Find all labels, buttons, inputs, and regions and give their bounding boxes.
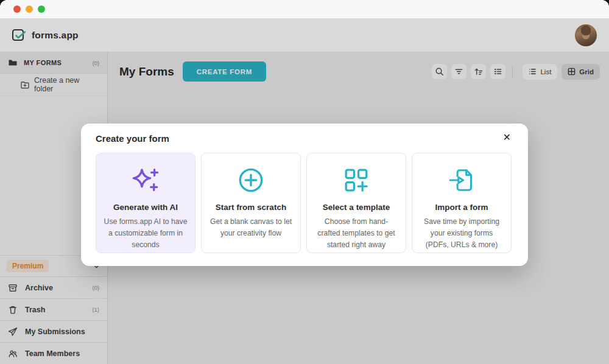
close-modal-button[interactable]: ✕ xyxy=(501,131,513,144)
card-title: Generate with AI xyxy=(103,203,188,212)
card-title: Import a form xyxy=(419,203,504,212)
card-description: Choose from hand-crafted templates to ge… xyxy=(314,216,399,251)
app-window: forms.app MY FORMS (0) xyxy=(0,0,609,364)
card-import-a-form[interactable]: Import a form Save time by importing you… xyxy=(412,153,512,253)
card-title: Start from scratch xyxy=(208,203,294,212)
plus-circle-icon xyxy=(237,166,265,194)
minimize-window-button[interactable] xyxy=(26,5,33,13)
close-window-button[interactable] xyxy=(13,5,21,13)
template-grid-icon xyxy=(342,166,370,194)
card-title: Select a template xyxy=(314,203,399,212)
modal-title: Create your form xyxy=(96,131,169,144)
zoom-window-button[interactable] xyxy=(38,5,45,13)
create-options: Generate with AI Use forms.app AI to hav… xyxy=(96,153,513,253)
card-select-a-template[interactable]: Select a template Choose from hand-craft… xyxy=(306,153,406,253)
close-icon: ✕ xyxy=(503,132,511,142)
card-start-from-scratch[interactable]: Start from scratch Get a blank canvas to… xyxy=(201,153,301,253)
card-description: Use forms.app AI to have a customizable … xyxy=(103,216,188,251)
card-generate-with-ai[interactable]: Generate with AI Use forms.app AI to hav… xyxy=(96,153,195,253)
window-titlebar xyxy=(0,0,609,18)
card-description: Save time by importing your existing for… xyxy=(419,216,504,251)
import-document-icon xyxy=(447,166,476,194)
create-form-modal: Create your form ✕ Generate with AI xyxy=(81,124,528,266)
card-description: Get a blank canvas to let your creativit… xyxy=(208,216,294,239)
sparkles-icon xyxy=(131,166,160,194)
